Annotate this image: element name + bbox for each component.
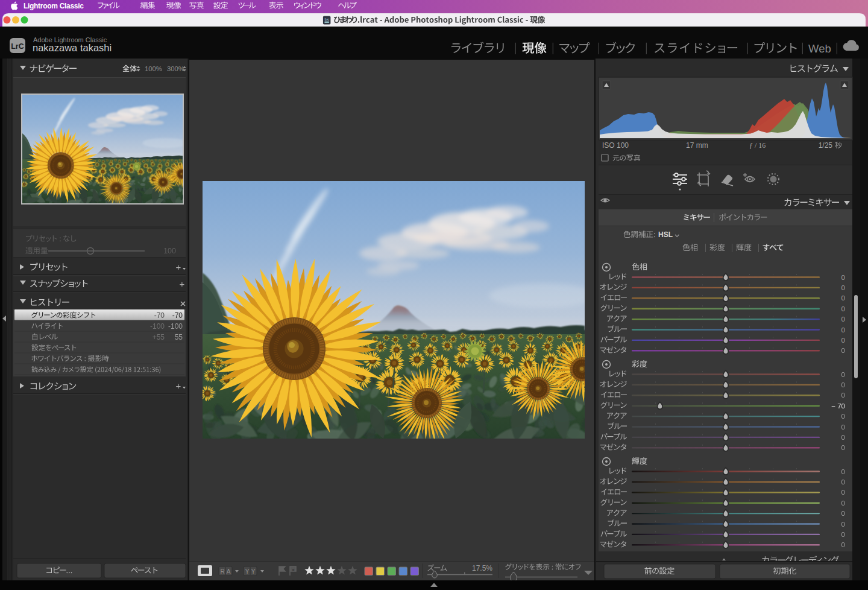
svg-text:0: 0 [841,316,845,323]
svg-text:R: R [220,568,224,575]
svg-text:-70: -70 [172,311,183,320]
svg-text:0: 0 [841,326,845,334]
svg-text:0: 0 [841,423,845,431]
svg-text:0: 0 [841,347,845,354]
svg-text:-100: -100 [168,322,183,331]
svg-text:+55: +55 [153,333,165,341]
svg-text:0: 0 [841,274,845,281]
svg-text:Lightroom Classic: Lightroom Classic [24,2,84,10]
svg-text:0: 0 [841,392,845,399]
svg-text:-70: -70 [154,311,165,320]
svg-text:LrC: LrC [11,42,24,51]
svg-text:Y: Y [251,568,256,575]
svg-text:17 mm: 17 mm [686,141,708,150]
svg-text:0: 0 [841,500,845,507]
svg-text:+: + [176,381,181,391]
svg-text:− 70: − 70 [831,402,845,410]
svg-text:-100: -100 [150,322,165,331]
svg-text:✕: ✕ [292,568,295,572]
svg-text:55: 55 [175,333,183,341]
svg-text:300%: 300% [167,65,184,72]
svg-text:Y: Y [245,568,250,575]
svg-text:0: 0 [841,284,845,291]
svg-text:0: 0 [841,337,845,344]
svg-text:0: 0 [841,305,845,312]
svg-text:Lrc: Lrc [325,18,330,21]
svg-text:0: 0 [841,434,845,441]
svg-text:0: 0 [841,371,845,378]
svg-text:17.5%: 17.5% [472,564,492,573]
svg-text:1/25: 1/25 [819,141,833,150]
svg-text:0: 0 [841,521,845,528]
svg-text:0: 0 [841,541,845,548]
svg-text:A: A [227,568,231,575]
svg-text:0: 0 [841,294,845,302]
svg-text:+: + [180,279,185,289]
svg-text:100%: 100% [145,65,162,72]
svg-text:0: 0 [841,381,845,389]
svg-text:0: 0 [841,531,845,538]
svg-text:+: + [176,262,181,272]
svg-text:Web: Web [808,42,831,55]
svg-text:HSL: HSL [658,230,673,239]
svg-text:0: 0 [841,478,845,486]
svg-text:ƒ / 16: ƒ / 16 [749,141,766,150]
svg-text:0: 0 [841,468,845,475]
svg-text:nakazawa takashi: nakazawa takashi [33,42,112,53]
svg-text:0: 0 [841,444,845,451]
svg-text:0: 0 [841,413,845,420]
svg-text:ISO 100: ISO 100 [602,141,629,150]
svg-text:0: 0 [841,489,845,496]
svg-text:0: 0 [841,510,845,517]
svg-text:100: 100 [163,247,176,255]
